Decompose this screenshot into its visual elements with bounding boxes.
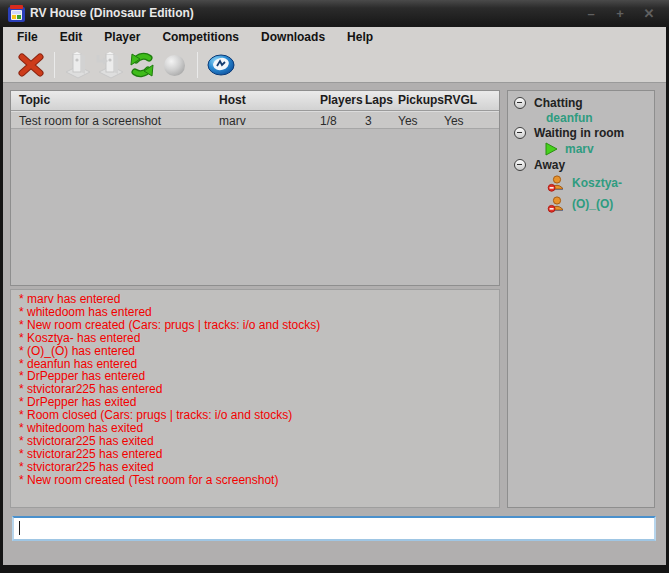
menu-file[interactable]: File (6, 27, 49, 48)
username: Kosztya- (572, 176, 622, 190)
away-person-icon (547, 195, 565, 213)
column-host[interactable]: Host (219, 93, 246, 107)
column-players[interactable]: Players (320, 93, 363, 107)
toolbar-separator (197, 52, 198, 78)
green-play-icon (544, 142, 558, 156)
room-table-header: Topic Host Players Laps Pickups RVGL (11, 91, 499, 111)
menu-competitions[interactable]: Competitions (151, 27, 250, 48)
text-caret (19, 521, 20, 535)
table-row[interactable]: Test room for a screenshot marv 1/8 3 Ye… (11, 111, 499, 129)
gray-sphere-icon (164, 55, 185, 76)
close-button[interactable]: ✕ (643, 6, 655, 21)
room-list-panel: Topic Host Players Laps Pickups RVGL Tes… (10, 90, 500, 286)
tree-user-o-o[interactable]: (O)_(O) (508, 193, 654, 214)
green-refresh-icon (127, 51, 157, 79)
username: (O)_(O) (572, 197, 613, 211)
tree-group-chatting[interactable]: Chatting (508, 95, 654, 110)
user-tree-panel: Chatting deanfun Waiting in room marv Aw… (507, 90, 655, 508)
chat-input-wrap (12, 516, 656, 541)
log-line: * whitedoom has entered (19, 306, 495, 319)
column-pickups[interactable]: Pickups (398, 93, 444, 107)
log-line: * stvictorar225 has exited (19, 435, 495, 448)
tree-user-marv[interactable]: marv (508, 140, 654, 157)
room-laps: 3 (365, 114, 372, 128)
log-line: * stvictorar225 has entered (19, 448, 495, 461)
kiosk-arrow-icon (96, 51, 124, 79)
app-logo-icon (8, 5, 25, 22)
username: marv (565, 142, 594, 156)
window-title: RV House (Dinosaur Edition) (30, 0, 194, 27)
maximize-button[interactable]: + (614, 6, 626, 21)
tree-user-deanfun[interactable]: deanfun (508, 110, 654, 125)
red-x-icon (18, 53, 44, 77)
log-line: * New room created (Cars: prugs | tracks… (19, 319, 495, 332)
join-room-button[interactable] (94, 50, 126, 80)
tree-group-label: Chatting (534, 96, 583, 110)
collapse-icon[interactable] (514, 159, 526, 171)
toolbar (3, 48, 666, 83)
log-line: * Kosztya- has entered (19, 332, 495, 345)
log-line: * stvictorar225 has exited (19, 461, 495, 474)
tree-user-kosztya[interactable]: Kosztya- (508, 172, 654, 193)
log-line: * marv has entered (19, 293, 495, 306)
title-bar: RV House (Dinosaur Edition) – + ✕ (0, 0, 669, 27)
room-players: 1/8 (320, 114, 337, 128)
app-window: RV House (Dinosaur Edition) – + ✕ File E… (0, 0, 669, 573)
log-line: * New room created (Test room for a scre… (19, 474, 495, 487)
menu-edit[interactable]: Edit (49, 27, 94, 48)
column-topic[interactable]: Topic (19, 93, 50, 107)
log-line: * (O)_(O) has entered (19, 345, 495, 358)
window-controls: – + ✕ (585, 0, 655, 27)
menu-bar: File Edit Player Competitions Downloads … (3, 27, 666, 48)
menu-player[interactable]: Player (93, 27, 151, 48)
username: deanfun (546, 111, 593, 125)
rv-site-button[interactable] (205, 50, 237, 80)
room-topic: Test room for a screenshot (19, 114, 161, 128)
collapse-icon[interactable] (514, 127, 526, 139)
chat-log-panel[interactable]: * marv has entered * whitedoom has enter… (10, 289, 500, 508)
kiosk-icon (65, 51, 91, 79)
minimize-button[interactable]: – (585, 6, 597, 21)
tree-group-away[interactable]: Away (508, 157, 654, 172)
collapse-icon[interactable] (514, 97, 526, 109)
world-button[interactable] (158, 50, 190, 80)
refresh-button[interactable] (126, 50, 158, 80)
tree-group-label: Away (534, 158, 565, 172)
create-room-button[interactable] (62, 50, 94, 80)
tree-group-waiting[interactable]: Waiting in room (508, 125, 654, 140)
column-rvgl[interactable]: RVGL (444, 93, 477, 107)
menu-downloads[interactable]: Downloads (250, 27, 336, 48)
toolbar-separator (54, 52, 55, 78)
blue-ball-icon (207, 53, 235, 77)
room-host: marv (219, 114, 246, 128)
exit-button[interactable] (15, 50, 47, 80)
away-person-icon (547, 174, 565, 192)
chat-input[interactable] (12, 516, 656, 541)
menu-help[interactable]: Help (336, 27, 384, 48)
column-laps[interactable]: Laps (365, 93, 393, 107)
room-rvgl: Yes (444, 114, 464, 128)
room-pickups: Yes (398, 114, 418, 128)
tree-group-label: Waiting in room (534, 126, 624, 140)
